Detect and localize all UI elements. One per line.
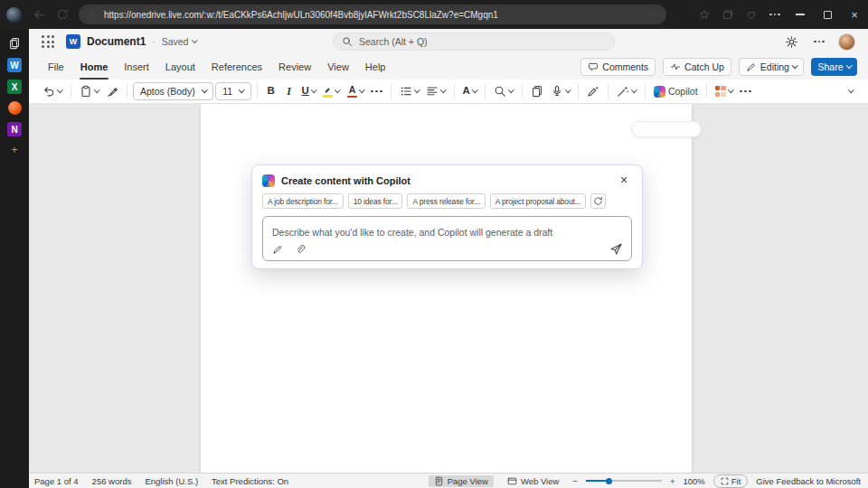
zoom-slider[interactable] (586, 477, 662, 485)
compose-pen-icon[interactable] (272, 244, 283, 255)
page-count[interactable]: Page 1 of 4 (34, 476, 79, 486)
editing-mode-button[interactable]: Editing (739, 58, 805, 76)
tab-references[interactable]: References (203, 54, 270, 80)
language[interactable]: English (U.S.) (145, 476, 198, 486)
font-color-button[interactable]: A (344, 81, 367, 101)
add-ins-button[interactable] (712, 81, 736, 101)
pages-button[interactable] (528, 81, 546, 101)
browser-profile-icon[interactable] (6, 7, 22, 23)
web-view-button[interactable]: Web View (502, 475, 564, 487)
excel-app-button[interactable]: X (7, 80, 22, 94)
zoom-out-button[interactable]: − (572, 476, 578, 486)
catch-up-button[interactable]: Catch Up (663, 58, 731, 76)
chip-job-description[interactable]: A job description for... (262, 193, 344, 209)
refresh-button[interactable] (51, 3, 74, 26)
divider (645, 84, 646, 99)
tab-review[interactable]: Review (270, 54, 319, 80)
app-launcher-button[interactable] (36, 30, 60, 53)
document-title[interactable]: Document1 (87, 35, 146, 48)
comments-button[interactable]: Comments (580, 58, 656, 76)
copilot-icon (654, 86, 665, 98)
clipboard-icon (80, 85, 92, 98)
align-button[interactable] (423, 81, 448, 101)
close-icon: × (851, 8, 858, 22)
refresh-icon (56, 8, 69, 21)
bullets-button[interactable] (397, 81, 422, 101)
word-count[interactable]: 256 words (92, 476, 132, 486)
favorites-button[interactable] (693, 3, 716, 26)
fit-label: Fit (731, 476, 741, 486)
more-commands-button[interactable] (737, 81, 753, 101)
font-size-select[interactable]: 11 (215, 82, 250, 100)
refresh-suggestions-button[interactable] (590, 193, 606, 209)
page-view-button[interactable]: Page View (429, 475, 494, 487)
minimize-button[interactable] (787, 0, 814, 29)
chevron-down-icon (472, 87, 477, 92)
search-input[interactable]: Search (Alt + Q) (333, 33, 615, 51)
highlight-color-button[interactable] (320, 81, 343, 101)
text-predictions[interactable]: Text Predictions: On (212, 476, 288, 486)
save-status-button[interactable]: Saved (162, 36, 197, 47)
user-avatar[interactable] (838, 33, 855, 51)
paste-button[interactable] (77, 81, 102, 101)
fit-button[interactable]: Fit (713, 474, 749, 488)
undo-button[interactable] (40, 81, 65, 101)
send-button[interactable] (609, 242, 623, 256)
settings-button[interactable] (779, 30, 803, 53)
ribbon-toolbar: Aptos (Body) 11 B I U A (29, 80, 868, 104)
tab-insert[interactable]: Insert (116, 54, 157, 80)
zoom-level[interactable]: 100% (683, 476, 704, 486)
copilot-prompt-input[interactable]: Describe what you'd like to create, and … (262, 216, 632, 261)
tab-file[interactable]: File (40, 54, 72, 80)
feedback-link[interactable]: Give Feedback to Microsoft (756, 476, 861, 486)
share-button[interactable]: Share (811, 58, 857, 76)
browser-essentials-button[interactable] (740, 3, 763, 26)
dictate-button[interactable] (548, 81, 573, 101)
copilot-button[interactable]: Copilot (651, 81, 701, 101)
word-app-button[interactable]: W (7, 58, 22, 72)
underline-button[interactable]: U (299, 81, 319, 101)
dialog-close-button[interactable]: × (617, 174, 631, 188)
divider (522, 84, 523, 99)
chevron-down-icon (508, 87, 514, 92)
tab-view[interactable]: View (319, 54, 357, 80)
address-bar[interactable]: https://onedrive.live.com/:w:/t/EaCKkPs6… (79, 5, 666, 24)
chip-project-proposal[interactable]: A project proposal about... (490, 193, 587, 209)
floating-card[interactable] (631, 121, 702, 137)
chip-ideas[interactable]: 10 ideas for... (348, 193, 403, 209)
chevron-down-icon (728, 87, 733, 92)
attach-paperclip-icon[interactable] (295, 244, 306, 255)
collapse-ribbon-button[interactable] (843, 81, 859, 101)
onenote-app-button[interactable]: N (7, 122, 22, 136)
browser-more-button[interactable] (763, 3, 787, 26)
collections-button[interactable] (716, 3, 740, 26)
font-name-select[interactable]: Aptos (Body) (133, 82, 213, 100)
document-page[interactable] (201, 104, 692, 473)
bold-button[interactable]: B (263, 81, 279, 101)
more-font-options-button[interactable] (368, 81, 384, 101)
tab-layout[interactable]: Layout (157, 54, 203, 80)
find-button[interactable] (491, 81, 516, 101)
zoom-in-button[interactable]: + (670, 476, 675, 486)
sidebar-pages-button[interactable] (5, 36, 24, 51)
ellipsis-icon (814, 41, 825, 43)
divider (71, 84, 71, 99)
styles-button[interactable]: A (460, 81, 480, 101)
chip-press-release[interactable]: A press release for... (407, 193, 485, 209)
back-button[interactable] (27, 3, 51, 26)
tab-help[interactable]: Help (357, 54, 394, 80)
sidebar-add-button[interactable]: + (11, 144, 18, 155)
magic-wand-button[interactable] (614, 81, 639, 101)
chevron-down-icon (193, 37, 198, 42)
maximize-button[interactable] (814, 0, 841, 29)
add-ins-icon (715, 86, 726, 97)
format-painter-button[interactable] (103, 81, 121, 101)
window-close-button[interactable]: × (841, 0, 868, 29)
office-app-button[interactable] (8, 101, 22, 115)
header-more-button[interactable] (807, 30, 831, 53)
slider-thumb[interactable] (606, 478, 612, 484)
key-icon[interactable] (646, 9, 657, 20)
tab-home[interactable]: Home (72, 54, 117, 80)
italic-button[interactable]: I (281, 81, 297, 101)
editor-button[interactable] (584, 81, 602, 101)
